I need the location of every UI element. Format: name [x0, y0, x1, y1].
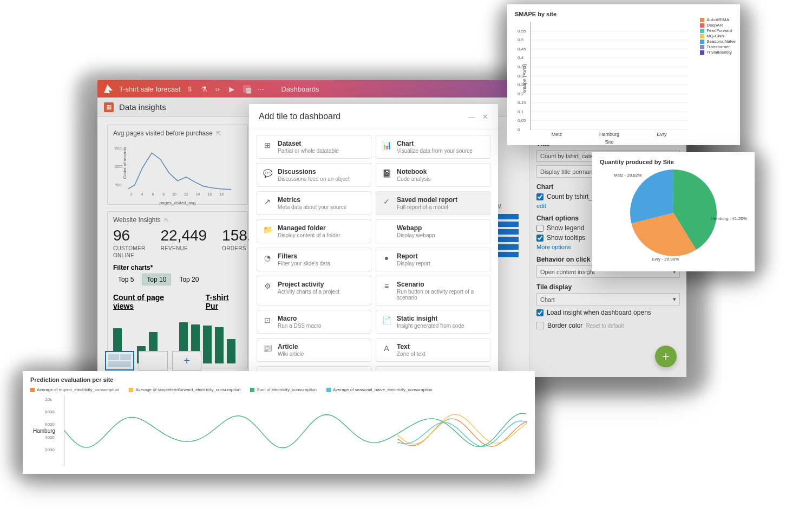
option-icon: 📊: [382, 140, 391, 150]
metric-revenue: 22,449REVENUE: [160, 227, 207, 258]
tile-option-scenario[interactable]: ≡ScenarioRun button or activity report o…: [376, 276, 490, 306]
dash-icon[interactable]: ▦: [243, 85, 251, 93]
option-icon: A: [382, 343, 391, 353]
svg-text:16: 16: [208, 192, 212, 196]
lab-icon[interactable]: ⚗: [201, 85, 208, 93]
logo-icon: [104, 84, 113, 93]
tile-option-article[interactable]: 📰ArticleWiki article: [257, 338, 371, 362]
fab-add[interactable]: +: [655, 346, 677, 367]
modal-options-grid: ⊞DatasetPartial or whole datatable📊Chart…: [249, 129, 498, 398]
chip-top10[interactable]: Top 10: [142, 274, 171, 285]
pie-card: Quantity produced by Site Hamburg - 41.2…: [592, 152, 755, 271]
tile-option-project-activity[interactable]: ⚙Project activityActivity charts of a pr…: [257, 276, 371, 306]
slide-thumb-2[interactable]: [139, 351, 168, 370]
page-title: Data insights: [119, 102, 166, 112]
tile-avg-pages[interactable]: Avg pages visited before purchase⇱ 1500 …: [107, 125, 248, 205]
option-icon: ⊡: [263, 315, 272, 325]
pie-label-hamburg: Hamburg - 41.20%: [711, 216, 747, 221]
add-tile-modal: Add tile to dashboard — ✕ ⊞DatasetPartia…: [249, 104, 498, 398]
option-icon: ◔: [263, 253, 272, 263]
tile-title: Website Insights: [113, 216, 161, 224]
display-select[interactable]: Chart▾: [536, 293, 680, 306]
option-icon: ≡: [382, 281, 391, 291]
svg-text:6: 6: [152, 192, 154, 196]
code-icon[interactable]: ‹›: [215, 85, 222, 93]
svg-text:10: 10: [172, 192, 176, 196]
section-label: Dashboards: [281, 85, 319, 93]
pie-label-metz: Metz - 28.82%: [614, 173, 642, 178]
close-icon[interactable]: ✕: [482, 113, 488, 121]
pie-label-evry: Evry - 29.90%: [652, 257, 679, 262]
tile-option-text[interactable]: ATextZone of text: [376, 338, 490, 362]
section-tshirt[interactable]: T-shirt Pur: [206, 293, 242, 310]
option-icon: ⊞: [263, 140, 272, 150]
metrics-row: 96CUSTOMERONLINE 22,449REVENUE 158.6ORDE…: [113, 227, 242, 258]
svg-text:8: 8: [162, 192, 165, 196]
tile-option-static-insight[interactable]: 📄Static insightInsight generated from co…: [376, 310, 490, 334]
pie-chart: Hamburg - 41.20% Evry - 29.90% Metz - 28…: [630, 170, 717, 256]
line-plot: Hamburg 200040006000800010k: [64, 395, 527, 466]
tooltips-check[interactable]: [536, 235, 543, 242]
slide-thumbnails: +: [105, 351, 201, 370]
line-legend: Average of mqcnn_electricity_consumption…: [30, 387, 527, 392]
tile-website-insights[interactable]: Website Insights⇱ 96CUSTOMERONLINE 22,44…: [107, 211, 248, 368]
filter-chips: Top 5 Top 10 Top 20: [113, 274, 242, 285]
tile-option-report[interactable]: ●ReportDisplay report: [376, 248, 490, 271]
svg-text:1500: 1500: [114, 146, 123, 150]
tile-option-metrics[interactable]: ↗MetricsMeta data about your source: [257, 191, 371, 215]
option-icon: 📄: [382, 315, 391, 325]
expand-icon[interactable]: ⇱: [216, 130, 221, 137]
pie-title: Quantity produced by Site: [600, 159, 747, 165]
modal-title: Add tile to dashboard: [259, 112, 340, 121]
line-card: Prediction evaluation per site Average o…: [23, 371, 535, 474]
more-icon[interactable]: ⋯: [257, 85, 265, 93]
option-icon: [382, 225, 391, 235]
option-icon: 📁: [263, 225, 272, 235]
display-label: Tile display: [536, 283, 680, 291]
chip-top5[interactable]: Top 5: [113, 274, 139, 285]
legend-check[interactable]: [536, 225, 543, 232]
chevron-down-icon: ▾: [673, 296, 676, 303]
tile-option-dataset[interactable]: ⊞DatasetPartial or whole datatable: [257, 135, 371, 159]
y-axis-label: Count of records: [122, 147, 127, 179]
dashboard-icon: ▦: [104, 102, 114, 112]
metric-customer: 96CUSTOMERONLINE: [113, 227, 145, 258]
slide-add[interactable]: +: [172, 351, 201, 370]
play-icon[interactable]: ▶: [229, 85, 237, 93]
border-color-swatch[interactable]: [536, 322, 544, 329]
option-icon: 💬: [263, 168, 272, 178]
load-insight-check[interactable]: [536, 309, 543, 316]
x-axis-label: pages_visited_avg: [160, 200, 195, 205]
chart-chosen-check[interactable]: [536, 193, 543, 200]
expand-icon[interactable]: ⇱: [164, 217, 169, 224]
option-icon: ↗: [263, 197, 272, 206]
option-icon: ⚙: [263, 281, 272, 291]
option-icon: 📓: [382, 168, 391, 178]
site-label: Hamburg: [33, 428, 55, 434]
option-icon: ✓: [382, 197, 391, 206]
chip-top20[interactable]: Top 20: [174, 274, 204, 285]
tile-option-macro[interactable]: ⊡MacroRun a DSS macro: [257, 310, 371, 334]
svg-text:18: 18: [219, 192, 224, 196]
border-reset[interactable]: Reset to default: [586, 323, 624, 329]
tile-option-filters[interactable]: ◔FiltersFilter your slide's data: [257, 248, 371, 271]
avg-pages-chart: 1500 1000 500 24681012141618 Count of re…: [113, 140, 242, 200]
section-pageviews[interactable]: Count of page views: [113, 293, 184, 310]
tile-option-webapp[interactable]: WebappDisplay webapp: [376, 219, 490, 243]
slide-thumb-1[interactable]: [105, 351, 134, 370]
tile-option-saved-model-report[interactable]: ✓Saved model reportFull report of a mode…: [376, 191, 490, 215]
svg-text:14: 14: [196, 192, 200, 196]
tile-option-chart[interactable]: 📊ChartVisualize data from your source: [376, 135, 490, 159]
bar-title: SMAPE by site: [515, 11, 732, 17]
svg-text:4: 4: [141, 192, 143, 196]
filter-label: Filter charts*: [113, 264, 153, 271]
project-name: T-shirt sale forecast: [119, 85, 180, 93]
tile-title: Avg pages visited before purchase: [113, 129, 213, 137]
flow-icon[interactable]: ⥮: [187, 85, 194, 93]
tile-option-notebook[interactable]: 📓NotebookCode analysis: [376, 163, 490, 187]
bar-legend: AutoARIMADeepARFeedForwardMQ-CNNSeasonal…: [700, 17, 736, 55]
tile-option-discussions[interactable]: 💬DiscussionsDiscussions feed on an objec…: [257, 163, 371, 187]
minimize-icon[interactable]: —: [468, 113, 475, 121]
tile-option-managed-folder[interactable]: 📁Managed folderDisplay content of a fold…: [257, 219, 371, 243]
line-title: Prediction evaluation per site: [30, 376, 527, 383]
